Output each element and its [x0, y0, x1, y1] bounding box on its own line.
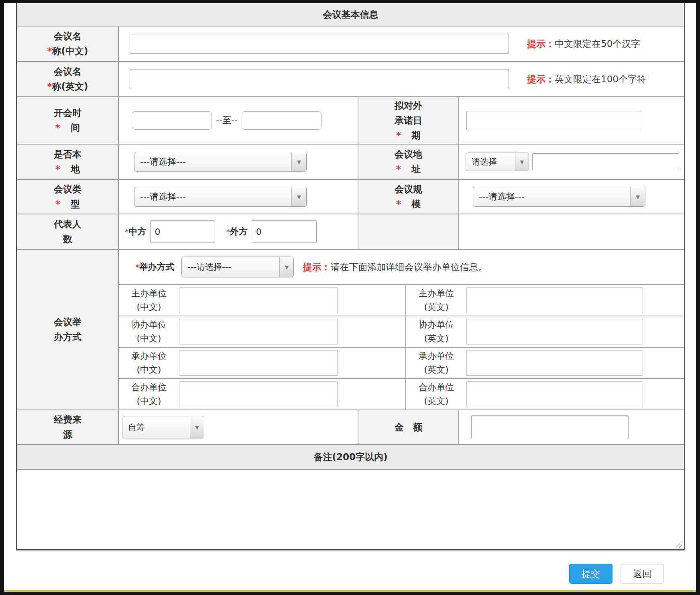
unit-label-line1: 承办单位: [419, 351, 454, 361]
address-input[interactable]: [532, 153, 679, 170]
chevron-down-icon: ▼: [291, 152, 306, 171]
funding-label: 经费来 源: [17, 410, 119, 444]
label-line2: 称(英文): [52, 79, 88, 94]
is-local-select-value: ---请选择---: [134, 152, 291, 171]
chevron-down-icon: ▼: [515, 153, 529, 171]
host-unit-row: 合办单位 (中文) 合办单位 (英文): [119, 378, 684, 410]
screenshot-frame: 会议基本信息 会议名 *称(中文) 提示：中文限定在50个汉字 会议名: [0, 0, 700, 595]
meeting-time-end-input[interactable]: [242, 111, 322, 130]
unit-label-line2: (中文): [136, 333, 161, 343]
address-label: 会议地 *址: [358, 145, 459, 179]
promise-date-input[interactable]: [466, 111, 642, 130]
hosting-way-select[interactable]: ---请选择--- ▼: [181, 257, 294, 277]
meeting-name-en-input[interactable]: [130, 69, 509, 89]
label-line1: 经费来: [54, 412, 81, 427]
unit-label-line2: (中文): [136, 396, 161, 406]
unit-input-organizer-cn[interactable]: [179, 287, 338, 313]
unit-input-jointhost-cn[interactable]: [179, 381, 338, 407]
unit-input-organizer-en[interactable]: [466, 287, 643, 313]
meeting-time-row: 开会时 *间 --至-- 拟对外 承诺日 *期: [17, 96, 684, 144]
label-line1: 会议名: [54, 29, 81, 44]
unit-label-line2: (英文): [424, 302, 448, 312]
delegates-cn-label: 中方: [128, 226, 146, 238]
back-button[interactable]: 返回: [621, 564, 664, 584]
funding-select[interactable]: 自筹 ▼: [122, 416, 204, 438]
delegates-foreign-label: 外方: [230, 226, 248, 238]
delegates-label: 代表人 数: [17, 214, 119, 249]
chevron-down-icon: ▼: [630, 187, 645, 206]
label-line1: 会议地: [395, 147, 422, 162]
label-line2: 数: [63, 232, 72, 247]
label-line1: 会议名: [54, 64, 81, 79]
unit-label-line1: 合办单位: [131, 382, 167, 392]
delegates-row: 代表人 数 * 中方 * 外方: [17, 214, 684, 249]
unit-label: 协办单位 (中文): [119, 318, 179, 345]
remark-textarea[interactable]: [17, 470, 684, 549]
unit-label: 承办单位 (英文): [406, 349, 466, 377]
hint-prefix: 提示：: [527, 74, 555, 84]
meeting-time-start-input[interactable]: [132, 111, 212, 130]
required-marker: *: [55, 197, 60, 212]
label-line2: 址: [411, 162, 421, 177]
chevron-glyph: ▼: [520, 159, 524, 165]
form-title: 会议基本信息: [323, 8, 378, 21]
label-line2: 承诺日: [395, 113, 422, 128]
unit-label-line1: 主办单位: [131, 288, 167, 298]
hint-prefix: 提示：: [527, 39, 555, 49]
label-line2: 模: [411, 197, 421, 212]
amount-input[interactable]: [471, 415, 629, 439]
host-unit-row: 协办单位 (中文) 协办单位 (英文): [119, 316, 684, 347]
unit-label-line1: 合办单位: [419, 382, 454, 392]
meeting-name-cn-input[interactable]: [130, 34, 509, 54]
meeting-scale-select-value: ---请选择---: [473, 187, 630, 206]
label-line2: 地: [71, 162, 80, 177]
meeting-type-select[interactable]: ---请选择--- ▼: [134, 187, 307, 207]
required-marker: *: [47, 44, 52, 59]
unit-input-jointhost-en[interactable]: [466, 381, 643, 407]
meeting-form-table: 会议基本信息 会议名 *称(中文) 提示：中文限定在50个汉字 会议名: [16, 3, 685, 550]
is-local-row: 是否本 *地 ---请选择--- ▼ 会议地 *址 请选择 ▼: [17, 144, 684, 179]
label-line1: 是否本: [54, 147, 81, 162]
host-unit-row: 承办单位 (中文) 承办单位 (英文): [119, 347, 684, 378]
meeting-name-cn-label: 会议名 *称(中文): [17, 26, 119, 61]
bottom-accent-line: [4, 590, 696, 592]
hint-text: 请在下面添加详细会议举办单位信息。: [330, 262, 487, 272]
unit-label: 合办单位 (英文): [406, 381, 466, 408]
is-local-select[interactable]: ---请选择--- ▼: [134, 152, 307, 172]
chevron-down-icon: ▼: [190, 416, 204, 438]
remark-header: 备注(200字以内): [313, 451, 387, 463]
time-range-separator: --至--: [216, 114, 238, 126]
delegates-foreign-input[interactable]: [252, 220, 317, 243]
unit-label-line2: (英文): [424, 333, 448, 343]
unit-label-line2: (中文): [136, 365, 161, 375]
hosting-way-select-value: ---请选择---: [182, 257, 279, 277]
label-line1: 会议规: [395, 182, 422, 197]
hosting-section-row: 会议举 办方式 * 举办方式 ---请选择--- ▼ 提示：请在下面添加详细会议…: [17, 249, 684, 410]
unit-label: 承办单位 (中文): [119, 349, 179, 377]
required-marker: *: [55, 120, 60, 135]
address-region-select-value: 请选择: [466, 153, 515, 171]
unit-label: 主办单位 (英文): [406, 287, 466, 314]
unit-input-coorganizer-en[interactable]: [466, 319, 643, 344]
meeting-name-en-label: 会议名 *称(英文): [17, 62, 119, 96]
delegates-cn-input[interactable]: [150, 220, 215, 243]
meeting-scale-select[interactable]: ---请选择--- ▼: [473, 187, 645, 207]
unit-label: 主办单位 (中文): [119, 287, 179, 314]
unit-label-line2: (英文): [424, 396, 448, 406]
label-line1: 代表人: [54, 217, 81, 232]
unit-input-coorganizer-cn[interactable]: [179, 319, 338, 344]
label-line1: 拟对外: [395, 98, 422, 113]
unit-input-undertaker-cn[interactable]: [179, 350, 338, 376]
address-region-select[interactable]: 请选择 ▼: [466, 153, 529, 171]
chevron-glyph: ▼: [297, 194, 301, 200]
required-marker: *: [396, 197, 401, 212]
required-marker: *: [55, 162, 60, 177]
label-line2: 型: [71, 197, 80, 212]
hint-text: 英文限定在100个字符: [555, 74, 646, 84]
unit-label-line1: 承办单位: [131, 351, 167, 361]
unit-label-line2: (中文): [136, 302, 161, 312]
submit-button[interactable]: 提交: [569, 564, 612, 584]
page-canvas: 会议基本信息 会议名 *称(中文) 提示：中文限定在50个汉字 会议名: [4, 3, 696, 592]
unit-input-undertaker-en[interactable]: [466, 350, 643, 376]
hosting-way-subrow: * 举办方式 ---请选择--- ▼ 提示：请在下面添加详细会议举办单位信息。: [119, 250, 684, 284]
